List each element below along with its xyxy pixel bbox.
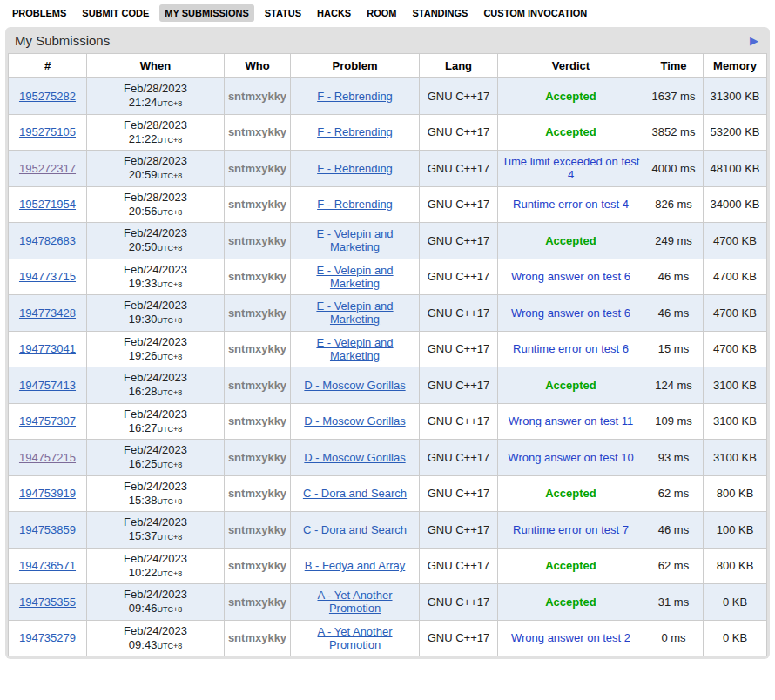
time-of-day: 16:27 [129, 421, 158, 434]
problem-link[interactable]: E - Velepin and Marketing [316, 336, 393, 362]
when-date: Feb/24/2023 [90, 552, 221, 566]
problem-link[interactable]: C - Dora and Search [303, 523, 407, 536]
nav-item-hacks[interactable]: HACKS [312, 4, 356, 22]
user-handle[interactable]: sntmxykky [228, 451, 286, 464]
nav-item-status[interactable]: STATUS [259, 4, 307, 22]
problem-cell: E - Velepin and Marketing [291, 295, 420, 332]
submission-id-link[interactable]: 194753919 [19, 487, 76, 500]
when-cell: Feb/24/202316:28UTC+8 [87, 367, 225, 404]
problem-link[interactable]: F - Rebrending [317, 90, 393, 103]
problem-link[interactable]: F - Rebrending [317, 162, 393, 175]
time-of-day: 16:28 [129, 385, 158, 398]
timezone-label: UTC+8 [157, 425, 182, 434]
problem-link[interactable]: F - Rebrending [317, 198, 393, 211]
submission-id-cell: 195275282 [9, 78, 87, 115]
lang-cell: GNU C++17 [420, 620, 498, 656]
who-cell: sntmxykky [225, 295, 291, 332]
column-header: Who [225, 54, 291, 78]
user-handle[interactable]: sntmxykky [228, 414, 286, 427]
time-cell: 46 ms [644, 295, 704, 332]
submission-id-cell: 194782683 [9, 223, 87, 259]
submission-row: 194757413Feb/24/202316:28UTC+8sntmxykkyD… [9, 367, 767, 404]
submission-id-link[interactable]: 194757413 [19, 379, 76, 392]
submission-id-link[interactable]: 195275282 [19, 90, 76, 103]
verdict-cell: Wrong answer on test 11 [498, 403, 644, 440]
user-handle[interactable]: sntmxykky [228, 270, 286, 283]
when-time: 15:38UTC+8 [90, 494, 221, 508]
memory-cell: 4700 KB [704, 331, 767, 367]
nav-item-submit-code[interactable]: SUBMIT CODE [77, 4, 154, 22]
problem-cell: D - Moscow Gorillas [291, 403, 420, 440]
submission-id-link[interactable]: 194773428 [19, 306, 76, 320]
problem-cell: B - Fedya and Array [291, 548, 420, 584]
nav-item-room[interactable]: ROOM [361, 4, 401, 22]
problem-link[interactable]: A - Yet Another Promotion [317, 589, 392, 615]
submission-id-link[interactable]: 194736571 [19, 559, 76, 572]
submission-id-link[interactable]: 194735279 [19, 631, 76, 644]
submission-id-link[interactable]: 194773715 [19, 270, 76, 283]
problem-link[interactable]: E - Velepin and Marketing [316, 264, 393, 290]
memory-cell: 4700 KB [704, 295, 767, 332]
who-cell: sntmxykky [225, 331, 291, 367]
submission-id-link[interactable]: 195275105 [19, 125, 76, 138]
submission-id-link[interactable]: 194773041 [19, 342, 76, 355]
nav-item-standings[interactable]: STANDINGS [407, 4, 473, 22]
user-handle[interactable]: sntmxykky [228, 90, 286, 103]
nav-item-my-submissions[interactable]: MY SUBMISSIONS [159, 4, 253, 22]
column-header: Memory [704, 54, 767, 78]
who-cell: sntmxykky [225, 114, 291, 151]
nav-item-custom-invocation[interactable]: CUSTOM INVOCATION [478, 4, 592, 22]
problem-link[interactable]: D - Moscow Gorillas [304, 414, 405, 427]
problem-link[interactable]: C - Dora and Search [303, 487, 407, 500]
memory-cell: 0 KB [704, 620, 767, 656]
problem-cell: A - Yet Another Promotion [291, 620, 420, 656]
user-handle[interactable]: sntmxykky [228, 379, 286, 392]
user-handle[interactable]: sntmxykky [228, 234, 286, 247]
user-handle[interactable]: sntmxykky [228, 306, 286, 320]
when-time: 10:22UTC+8 [90, 566, 221, 580]
time-cell: 1637 ms [644, 78, 704, 115]
user-handle[interactable]: sntmxykky [228, 596, 286, 609]
memory-cell: 4700 KB [704, 259, 767, 295]
who-cell: sntmxykky [225, 367, 291, 404]
lang-cell: GNU C++17 [420, 584, 498, 621]
problem-link[interactable]: E - Velepin and Marketing [316, 300, 393, 326]
when-cell: Feb/28/202320:56UTC+8 [87, 186, 225, 223]
time-of-day: 19:30 [129, 313, 158, 326]
problem-link[interactable]: F - Rebrending [317, 125, 393, 138]
submission-id-link[interactable]: 194782683 [19, 234, 76, 247]
submission-id-link[interactable]: 194735355 [19, 596, 76, 609]
problem-link[interactable]: B - Fedya and Array [305, 559, 406, 572]
time-cell: 62 ms [644, 475, 704, 512]
problem-link[interactable]: D - Moscow Gorillas [304, 379, 405, 392]
when-date: Feb/24/2023 [90, 371, 221, 385]
user-handle[interactable]: sntmxykky [228, 559, 286, 572]
user-handle[interactable]: sntmxykky [228, 198, 286, 211]
verdict-cell: Accepted [498, 475, 644, 512]
verdict-cell: Accepted [498, 584, 644, 621]
submission-id-link[interactable]: 194757215 [19, 451, 76, 464]
submission-row: 194757307Feb/24/202316:27UTC+8sntmxykkyD… [9, 403, 767, 440]
user-handle[interactable]: sntmxykky [228, 487, 286, 500]
problem-link[interactable]: E - Velepin and Marketing [316, 227, 393, 253]
user-handle[interactable]: sntmxykky [228, 523, 286, 536]
problem-link[interactable]: A - Yet Another Promotion [317, 625, 392, 651]
timezone-label: UTC+8 [157, 353, 182, 361]
verdict-label: Accepted [545, 559, 596, 572]
user-handle[interactable]: sntmxykky [228, 342, 286, 355]
problem-link[interactable]: D - Moscow Gorillas [304, 451, 405, 464]
user-handle[interactable]: sntmxykky [228, 125, 286, 138]
user-handle[interactable]: sntmxykky [228, 162, 286, 175]
submission-id-link[interactable]: 195271954 [19, 198, 76, 211]
expand-arrow-icon[interactable]: ▶ [748, 34, 760, 47]
user-handle[interactable]: sntmxykky [228, 631, 286, 644]
timezone-label: UTC+8 [157, 99, 182, 108]
lang-cell: GNU C++17 [420, 78, 498, 115]
submission-id-link[interactable]: 195272317 [19, 162, 76, 175]
problem-cell: E - Velepin and Marketing [291, 331, 420, 367]
when-time: 16:27UTC+8 [90, 421, 221, 435]
nav-item-problems[interactable]: PROBLEMS [7, 4, 71, 22]
submission-id-link[interactable]: 194757307 [19, 414, 76, 427]
problem-cell: C - Dora and Search [291, 512, 420, 549]
submission-id-link[interactable]: 194753859 [19, 523, 76, 536]
